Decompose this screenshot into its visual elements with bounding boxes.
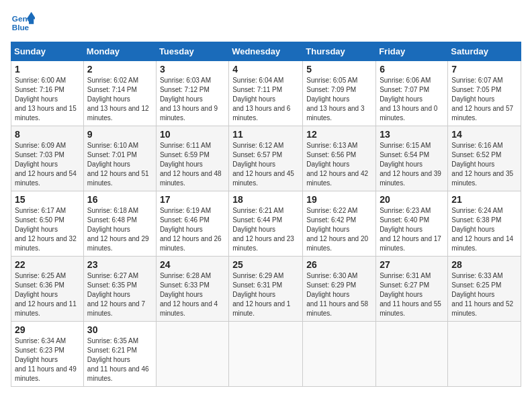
day-number: 20 bbox=[380, 194, 444, 205]
day-number: 11 bbox=[232, 129, 299, 140]
calendar-week-row: 8Sunrise: 6:09 AMSunset: 7:03 PMDaylight… bbox=[11, 126, 521, 191]
calendar-cell: 5Sunrise: 6:05 AMSunset: 7:09 PMDaylight… bbox=[303, 61, 376, 126]
day-number: 23 bbox=[87, 259, 152, 270]
calendar-cell: 11Sunrise: 6:12 AMSunset: 6:57 PMDayligh… bbox=[229, 126, 303, 191]
day-number: 8 bbox=[15, 129, 80, 140]
calendar-cell: 1Sunrise: 6:00 AMSunset: 7:16 PMDaylight… bbox=[11, 61, 84, 126]
calendar-cell: 24Sunrise: 6:28 AMSunset: 6:33 PMDayligh… bbox=[156, 257, 228, 322]
calendar-cell: 27Sunrise: 6:31 AMSunset: 6:27 PMDayligh… bbox=[376, 257, 448, 322]
day-number: 25 bbox=[232, 259, 299, 270]
day-number: 28 bbox=[451, 259, 517, 270]
day-header-sunday: Sunday bbox=[11, 42, 84, 61]
day-number: 22 bbox=[15, 259, 80, 270]
day-number: 5 bbox=[306, 64, 372, 75]
day-number: 21 bbox=[451, 194, 517, 205]
calendar-cell: 25Sunrise: 6:29 AMSunset: 6:31 PMDayligh… bbox=[229, 257, 303, 322]
day-number: 24 bbox=[160, 259, 225, 270]
day-number: 15 bbox=[15, 194, 80, 205]
day-info: Sunrise: 6:13 AMSunset: 6:56 PMDaylight … bbox=[306, 142, 368, 187]
day-info: Sunrise: 6:23 AMSunset: 6:40 PMDaylight … bbox=[380, 207, 441, 252]
day-number: 4 bbox=[232, 64, 299, 75]
day-header-thursday: Thursday bbox=[303, 42, 376, 61]
day-header-wednesday: Wednesday bbox=[229, 42, 303, 61]
day-info: Sunrise: 6:27 AMSunset: 6:35 PMDaylight … bbox=[87, 272, 145, 317]
day-info: Sunrise: 6:17 AMSunset: 6:50 PMDaylight … bbox=[15, 207, 77, 252]
day-info: Sunrise: 6:19 AMSunset: 6:46 PMDaylight … bbox=[160, 207, 222, 252]
day-info: Sunrise: 6:18 AMSunset: 6:48 PMDaylight … bbox=[87, 207, 149, 252]
calendar-cell: 8Sunrise: 6:09 AMSunset: 7:03 PMDaylight… bbox=[11, 126, 84, 191]
day-info: Sunrise: 6:35 AMSunset: 6:21 PMDaylight … bbox=[87, 337, 149, 382]
calendar-cell bbox=[156, 322, 228, 387]
day-number: 27 bbox=[380, 259, 444, 270]
calendar-cell bbox=[303, 322, 376, 387]
calendar-cell bbox=[229, 322, 303, 387]
day-number: 19 bbox=[306, 194, 372, 205]
calendar-cell: 15Sunrise: 6:17 AMSunset: 6:50 PMDayligh… bbox=[11, 191, 84, 257]
day-info: Sunrise: 6:28 AMSunset: 6:33 PMDaylight … bbox=[160, 272, 218, 317]
day-header-saturday: Saturday bbox=[448, 42, 521, 61]
logo: General Blue bbox=[11, 11, 38, 35]
day-info: Sunrise: 6:29 AMSunset: 6:31 PMDaylight … bbox=[232, 272, 290, 317]
day-number: 16 bbox=[87, 194, 152, 205]
calendar-cell: 2Sunrise: 6:02 AMSunset: 7:14 PMDaylight… bbox=[83, 61, 156, 126]
day-info: Sunrise: 6:15 AMSunset: 6:54 PMDaylight … bbox=[380, 142, 441, 187]
calendar-cell: 6Sunrise: 6:06 AMSunset: 7:07 PMDaylight… bbox=[376, 61, 448, 126]
day-info: Sunrise: 6:33 AMSunset: 6:25 PMDaylight … bbox=[451, 272, 513, 317]
calendar-cell: 16Sunrise: 6:18 AMSunset: 6:48 PMDayligh… bbox=[83, 191, 156, 257]
calendar-table: SundayMondayTuesdayWednesdayThursdayFrid… bbox=[11, 42, 521, 387]
calendar-cell: 4Sunrise: 6:04 AMSunset: 7:11 PMDaylight… bbox=[229, 61, 303, 126]
calendar-week-row: 22Sunrise: 6:25 AMSunset: 6:36 PMDayligh… bbox=[11, 257, 521, 322]
day-header-tuesday: Tuesday bbox=[156, 42, 228, 61]
calendar-cell: 23Sunrise: 6:27 AMSunset: 6:35 PMDayligh… bbox=[83, 257, 156, 322]
svg-text:Blue: Blue bbox=[12, 23, 30, 32]
day-info: Sunrise: 6:00 AMSunset: 7:16 PMDaylight … bbox=[15, 77, 77, 122]
day-info: Sunrise: 6:07 AMSunset: 7:05 PMDaylight … bbox=[451, 77, 513, 122]
day-number: 3 bbox=[160, 64, 225, 75]
day-header-monday: Monday bbox=[83, 42, 156, 61]
day-number: 30 bbox=[87, 324, 152, 335]
day-number: 1 bbox=[15, 64, 80, 75]
calendar-cell: 13Sunrise: 6:15 AMSunset: 6:54 PMDayligh… bbox=[376, 126, 448, 191]
calendar-cell: 20Sunrise: 6:23 AMSunset: 6:40 PMDayligh… bbox=[376, 191, 448, 257]
day-info: Sunrise: 6:09 AMSunset: 7:03 PMDaylight … bbox=[15, 142, 77, 187]
day-number: 9 bbox=[87, 129, 152, 140]
day-number: 12 bbox=[306, 129, 372, 140]
calendar-cell: 3Sunrise: 6:03 AMSunset: 7:12 PMDaylight… bbox=[156, 61, 228, 126]
day-info: Sunrise: 6:05 AMSunset: 7:09 PMDaylight … bbox=[306, 77, 364, 122]
day-info: Sunrise: 6:03 AMSunset: 7:12 PMDaylight … bbox=[160, 77, 218, 122]
calendar-cell bbox=[448, 322, 521, 387]
day-number: 10 bbox=[160, 129, 225, 140]
calendar-cell: 21Sunrise: 6:24 AMSunset: 6:38 PMDayligh… bbox=[448, 191, 521, 257]
calendar-cell bbox=[376, 322, 448, 387]
calendar-cell: 26Sunrise: 6:30 AMSunset: 6:29 PMDayligh… bbox=[303, 257, 376, 322]
day-info: Sunrise: 6:10 AMSunset: 7:01 PMDaylight … bbox=[87, 142, 149, 187]
calendar-cell: 12Sunrise: 6:13 AMSunset: 6:56 PMDayligh… bbox=[303, 126, 376, 191]
calendar-cell: 9Sunrise: 6:10 AMSunset: 7:01 PMDaylight… bbox=[83, 126, 156, 191]
calendar-cell: 10Sunrise: 6:11 AMSunset: 6:59 PMDayligh… bbox=[156, 126, 228, 191]
day-info: Sunrise: 6:34 AMSunset: 6:23 PMDaylight … bbox=[15, 337, 77, 382]
calendar-cell: 19Sunrise: 6:22 AMSunset: 6:42 PMDayligh… bbox=[303, 191, 376, 257]
day-number: 18 bbox=[232, 194, 299, 205]
calendar-cell: 7Sunrise: 6:07 AMSunset: 7:05 PMDaylight… bbox=[448, 61, 521, 126]
day-number: 13 bbox=[380, 129, 444, 140]
calendar-cell: 18Sunrise: 6:21 AMSunset: 6:44 PMDayligh… bbox=[229, 191, 303, 257]
page-header: General Blue bbox=[11, 11, 521, 35]
day-info: Sunrise: 6:06 AMSunset: 7:07 PMDaylight … bbox=[380, 77, 437, 122]
calendar-week-row: 15Sunrise: 6:17 AMSunset: 6:50 PMDayligh… bbox=[11, 191, 521, 257]
day-header-friday: Friday bbox=[376, 42, 448, 61]
day-info: Sunrise: 6:21 AMSunset: 6:44 PMDaylight … bbox=[232, 207, 294, 252]
calendar-cell: 17Sunrise: 6:19 AMSunset: 6:46 PMDayligh… bbox=[156, 191, 228, 257]
day-info: Sunrise: 6:02 AMSunset: 7:14 PMDaylight … bbox=[87, 77, 149, 122]
day-number: 17 bbox=[160, 194, 225, 205]
day-info: Sunrise: 6:22 AMSunset: 6:42 PMDaylight … bbox=[306, 207, 368, 252]
day-number: 29 bbox=[15, 324, 80, 335]
calendar-cell: 30Sunrise: 6:35 AMSunset: 6:21 PMDayligh… bbox=[83, 322, 156, 387]
day-info: Sunrise: 6:30 AMSunset: 6:29 PMDaylight … bbox=[306, 272, 368, 317]
day-info: Sunrise: 6:12 AMSunset: 6:57 PMDaylight … bbox=[232, 142, 294, 187]
calendar-cell: 28Sunrise: 6:33 AMSunset: 6:25 PMDayligh… bbox=[448, 257, 521, 322]
day-info: Sunrise: 6:11 AMSunset: 6:59 PMDaylight … bbox=[160, 142, 222, 187]
day-info: Sunrise: 6:31 AMSunset: 6:27 PMDaylight … bbox=[380, 272, 441, 317]
calendar-week-row: 1Sunrise: 6:00 AMSunset: 7:16 PMDaylight… bbox=[11, 61, 521, 126]
calendar-cell: 14Sunrise: 6:16 AMSunset: 6:52 PMDayligh… bbox=[448, 126, 521, 191]
day-info: Sunrise: 6:25 AMSunset: 6:36 PMDaylight … bbox=[15, 272, 77, 317]
